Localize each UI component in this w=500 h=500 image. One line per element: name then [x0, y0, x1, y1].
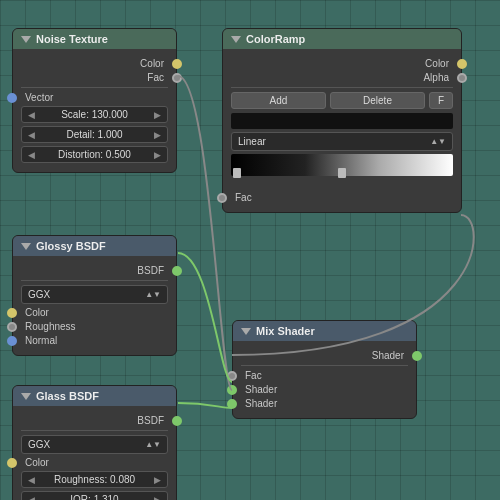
mix-shader-node: Mix Shader Shader Fac Shader Shader [232, 320, 417, 419]
glass-ior-field[interactable]: ◀ IOR: 1.310 ▶ [21, 491, 168, 500]
delete-button[interactable]: Delete [330, 92, 425, 109]
glass-bsdf-label: BSDF [133, 415, 168, 426]
mix-shader2-input-socket[interactable] [227, 399, 237, 409]
glass-distribution-dropdown[interactable]: GGX ▲▼ [21, 435, 168, 454]
add-button[interactable]: Add [231, 92, 326, 109]
dropdown-arrow-icon: ▲▼ [430, 137, 446, 146]
glossy-body: BSDF GGX ▲▼ Color Roughness Normal [13, 256, 176, 355]
scale-field-row: ◀ Scale: 130.000 ▶ [21, 106, 168, 123]
colorramp-title: ColorRamp [246, 33, 305, 45]
colorramp-actions: Add Delete F [231, 92, 453, 109]
vector-input-row: Vector [21, 92, 168, 103]
glass-color-input-label: Color [21, 457, 53, 468]
cr-alpha-output-socket[interactable] [457, 73, 467, 83]
fac-output-socket[interactable] [172, 73, 182, 83]
mix-shader-output-socket[interactable] [412, 351, 422, 361]
glossy-distribution-value: GGX [28, 289, 50, 300]
colorramp-body: Color Alpha Add Delete F Linear ▲▼ [223, 49, 461, 212]
glass-ior-value: IOR: 1.310 [70, 494, 118, 500]
glass-body: BSDF GGX ▲▼ Color ◀ Roughness: 0.080 ▶ ◀… [13, 406, 176, 500]
glass-bsdf-output-row: BSDF [21, 415, 168, 426]
glass-bsdf-node: Glass BSDF BSDF GGX ▲▼ Color ◀ Roughness… [12, 385, 177, 500]
f-button[interactable]: F [429, 92, 453, 109]
cr-fac-input-socket[interactable] [217, 193, 227, 203]
glossy-header: Glossy BSDF [13, 236, 176, 256]
scale-field[interactable]: ◀ Scale: 130.000 ▶ [21, 106, 168, 123]
detail-left-arrow: ◀ [28, 130, 35, 140]
detail-field-row: ◀ Detail: 1.000 ▶ [21, 126, 168, 143]
cr-fac-input-label: Fac [231, 192, 256, 203]
glossy-normal-input-socket[interactable] [7, 336, 17, 346]
vector-input-socket[interactable] [7, 93, 17, 103]
color-output-label: Color [136, 58, 168, 69]
glass-color-input-row: Color [21, 457, 168, 468]
glossy-roughness-input-socket[interactable] [7, 322, 17, 332]
glass-ior-right-arrow: ▶ [154, 495, 161, 501]
scale-value: Scale: 130.000 [61, 109, 128, 120]
glossy-bsdf-output-row: BSDF [21, 265, 168, 276]
glossy-bsdf-output-socket[interactable] [172, 266, 182, 276]
collapse-icon[interactable] [21, 36, 31, 43]
mix-shader1-input-row: Shader [241, 384, 408, 395]
glass-roughness-value: Roughness: 0.080 [54, 474, 135, 485]
detail-field[interactable]: ◀ Detail: 1.000 ▶ [21, 126, 168, 143]
distortion-value: Distortion: 0.500 [58, 149, 131, 160]
color-output-socket[interactable] [172, 59, 182, 69]
glossy-normal-input-label: Normal [21, 335, 61, 346]
glass-distribution-value: GGX [28, 439, 50, 450]
cr-color-output-socket[interactable] [457, 59, 467, 69]
scale-right-arrow: ▶ [154, 110, 161, 120]
mix-fac-input-socket[interactable] [227, 371, 237, 381]
colorramp-collapse-icon[interactable] [231, 36, 241, 43]
glass-roughness-left-arrow: ◀ [28, 475, 35, 485]
vector-input-label: Vector [21, 92, 57, 103]
glossy-bsdf-label: BSDF [133, 265, 168, 276]
mix-shader-body: Shader Fac Shader Shader [233, 341, 416, 418]
distortion-field-row: ◀ Distortion: 0.500 ▶ [21, 146, 168, 163]
fac-output-row: Fac [21, 72, 168, 83]
colorramp-gradient-bar[interactable] [231, 154, 453, 176]
glass-to-mix-shader2-connection [178, 403, 232, 408]
glossy-collapse-icon[interactable] [21, 243, 31, 250]
distortion-field[interactable]: ◀ Distortion: 0.500 ▶ [21, 146, 168, 163]
mix-shader-header: Mix Shader [233, 321, 416, 341]
fac-output-label: Fac [143, 72, 168, 83]
glass-bsdf-output-socket[interactable] [172, 416, 182, 426]
scale-left-arrow: ◀ [28, 110, 35, 120]
glossy-roughness-input-row: Roughness [21, 321, 168, 332]
mix-collapse-icon[interactable] [241, 328, 251, 335]
glass-collapse-icon[interactable] [21, 393, 31, 400]
distortion-left-arrow: ◀ [28, 150, 35, 160]
colorramp-header: ColorRamp [223, 29, 461, 49]
colorramp-marker-mid[interactable] [338, 168, 346, 178]
cr-fac-input-row: Fac [231, 192, 453, 203]
glass-dropdown-arrow-icon: ▲▼ [145, 440, 161, 449]
glossy-color-input-label: Color [21, 307, 53, 318]
glossy-dropdown-arrow-icon: ▲▼ [145, 290, 161, 299]
mix-fac-input-row: Fac [241, 370, 408, 381]
mix-shader1-input-socket[interactable] [227, 385, 237, 395]
glossy-color-input-socket[interactable] [7, 308, 17, 318]
colorramp-black-bar [231, 113, 453, 129]
detail-right-arrow: ▶ [154, 130, 161, 140]
mix-shader2-input-label: Shader [241, 398, 281, 409]
glass-roughness-field[interactable]: ◀ Roughness: 0.080 ▶ [21, 471, 168, 488]
interpolation-dropdown[interactable]: Linear ▲▼ [231, 132, 453, 151]
glass-title: Glass BSDF [36, 390, 99, 402]
noise-texture-title: Noise Texture [36, 33, 108, 45]
interpolation-value: Linear [238, 136, 266, 147]
mix-fac-input-label: Fac [241, 370, 266, 381]
glossy-bsdf-node: Glossy BSDF BSDF GGX ▲▼ Color Roughness … [12, 235, 177, 356]
mix-shader2-input-row: Shader [241, 398, 408, 409]
color-output-row: Color [21, 58, 168, 69]
glossy-color-input-row: Color [21, 307, 168, 318]
glossy-roughness-input-label: Roughness [21, 321, 80, 332]
glossy-distribution-dropdown[interactable]: GGX ▲▼ [21, 285, 168, 304]
glossy-to-mix-shader1-connection [178, 253, 232, 382]
colorramp-marker-left[interactable] [233, 168, 241, 178]
glass-header: Glass BSDF [13, 386, 176, 406]
mix-shader-title: Mix Shader [256, 325, 315, 337]
cr-alpha-output-label: Alpha [419, 72, 453, 83]
glass-ior-left-arrow: ◀ [28, 495, 35, 501]
glass-color-input-socket[interactable] [7, 458, 17, 468]
